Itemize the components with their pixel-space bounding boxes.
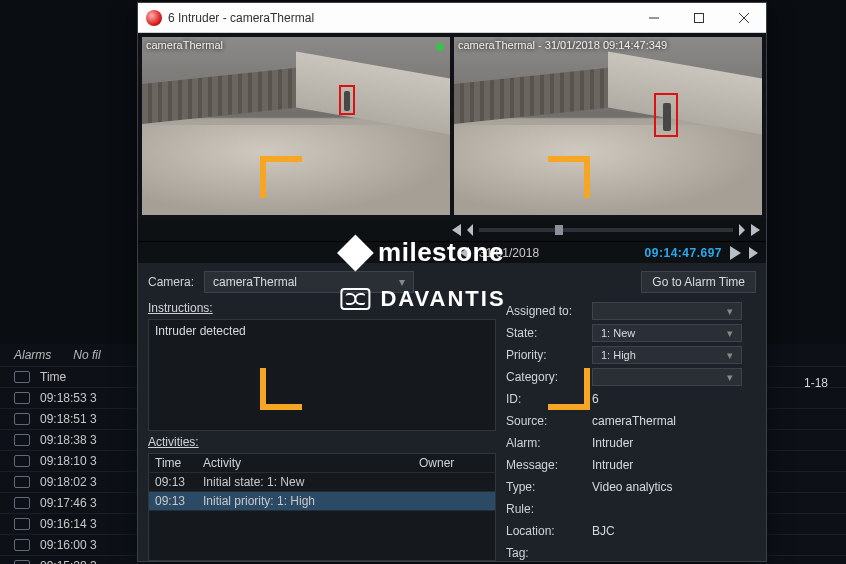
svg-rect-1 [694,13,703,22]
seek-track[interactable] [479,228,733,232]
state-label: State: [506,326,584,340]
alarm-time: 09:18:38 3 [40,433,97,447]
playback-date: 31/01/2018 [479,246,539,260]
play-button-icon[interactable] [730,246,741,260]
source-value: cameraThermal [592,414,756,428]
activities-col-activity: Activity [203,456,419,470]
tag-label: Tag: [506,546,584,560]
activity-text: Initial priority: 1: High [203,494,419,508]
alarms-header: Alarms [14,348,51,362]
alarm-details-panel: Assigned to: ▾ State: 1: New▾ Priority: … [506,301,756,561]
instructions-text[interactable]: Intruder detected [148,319,496,431]
alarm-detail-window: 6 Intruder - cameraThermal cameraThermal… [137,2,767,562]
location-label: Location: [506,524,584,538]
activity-text: Initial state: 1: New [203,475,419,489]
instructions-value: Intruder detected [155,324,246,338]
assigned-to-label: Assigned to: [506,304,584,318]
seek-fwd-icon[interactable] [751,224,760,236]
status-ok-icon [436,43,444,51]
page-range-badge: 1-18 [804,376,828,390]
maximize-button[interactable] [676,3,721,33]
playback-time: 09:14:47.697 [645,246,722,260]
thumbnail-icon [14,392,30,404]
thumbnail-icon [14,455,30,467]
message-value: Intruder [592,458,756,472]
camera-selector-row: Camera: cameraThermal ▾ Go to Alarm Time [138,263,766,301]
step-fwd-icon[interactable] [739,224,745,236]
alarm-time: 09:16:14 3 [40,517,97,531]
activity-time: 09:13 [155,475,203,489]
assigned-to-dropdown[interactable]: ▾ [592,302,742,320]
alarm-time: 09:17:46 3 [40,496,97,510]
activities-label: Activities: [148,435,496,449]
chevron-down-icon: ▾ [399,275,405,289]
activity-owner [419,494,489,508]
activities-col-time: Time [155,456,203,470]
activities-table[interactable]: Time Activity Owner 09:13Initial state: … [148,453,496,561]
step-back-icon[interactable] [467,224,473,236]
goto-alarm-time-button[interactable]: Go to Alarm Time [641,271,756,293]
category-label: Category: [506,370,584,384]
id-value: 6 [592,392,756,406]
id-label: ID: [506,392,584,406]
camera-dropdown[interactable]: cameraThermal ▾ [204,271,414,293]
camera-left-label: cameraThermal [146,39,223,51]
state-value: 1: New [601,327,635,339]
thumbnail-icon [14,371,30,383]
state-dropdown[interactable]: 1: New▾ [592,324,742,342]
thumbnail-icon [14,476,30,488]
goto-alarm-time-label: Go to Alarm Time [652,275,745,289]
playback-datetime: 31/01/2018 09:14:47.697 [138,241,766,263]
detection-box-icon [339,85,355,115]
message-label: Message: [506,458,584,472]
titlebar[interactable]: 6 Intruder - cameraThermal [138,3,766,33]
camera-snapshot-view[interactable]: cameraThermal - 31/01/2018 09:14:47:349 [454,37,762,215]
camera-live-view[interactable]: cameraThermal [142,37,450,215]
priority-value: 1: High [601,349,636,361]
category-dropdown[interactable]: ▾ [592,368,742,386]
app-icon [146,10,162,26]
close-button[interactable] [721,3,766,33]
chevron-down-icon: ▾ [727,327,733,340]
alarm-time: 09:15:28 3 [40,559,97,564]
activity-time: 09:13 [155,494,203,508]
camera-views: cameraThermal cameraThermal - 31/01/2018… [138,33,766,219]
type-label: Type: [506,480,584,494]
next-clip-icon[interactable] [749,247,758,259]
alarm-value: Intruder [592,436,756,450]
source-label: Source: [506,414,584,428]
seek-back-icon[interactable] [452,224,461,236]
thumbnail-icon [14,518,30,530]
chevron-down-icon: ▾ [727,349,733,362]
thumbnail-icon [14,560,30,564]
alarm-time: 09:18:10 3 [40,454,97,468]
chevron-down-icon: ▾ [727,371,733,384]
camera-dropdown-value: cameraThermal [213,275,297,289]
activity-row[interactable]: 09:13Initial state: 1: New [149,473,495,492]
detection-box-icon [654,93,678,137]
alarms-filter-status: No fil [73,348,100,362]
type-value: Video analytics [592,480,756,494]
alarm-time: 09:16:00 3 [40,538,97,552]
priority-dropdown[interactable]: 1: High▾ [592,346,742,364]
thumbnail-icon [14,497,30,509]
seek-knob-icon[interactable] [555,225,563,235]
rule-label: Rule: [506,502,584,516]
alarm-time: 09:18:51 3 [40,412,97,426]
camera-label: Camera: [148,275,194,289]
thumbnail-icon [14,539,30,551]
alarm-time: 09:18:02 3 [40,475,97,489]
minimize-button[interactable] [631,3,676,33]
alarm-time: 09:18:53 3 [40,391,97,405]
priority-label: Priority: [506,348,584,362]
thumbnail-icon [14,413,30,425]
prev-clip-icon[interactable] [460,247,469,259]
playback-bar [138,219,766,241]
alarms-time-col: Time [40,370,66,384]
thumbnail-icon [14,434,30,446]
window-title: 6 Intruder - cameraThermal [168,11,631,25]
instructions-label: Instructions: [148,301,496,315]
activity-row[interactable]: 09:13Initial priority: 1: High [149,492,495,511]
location-value: BJC [592,524,756,538]
activities-col-owner: Owner [419,456,489,470]
